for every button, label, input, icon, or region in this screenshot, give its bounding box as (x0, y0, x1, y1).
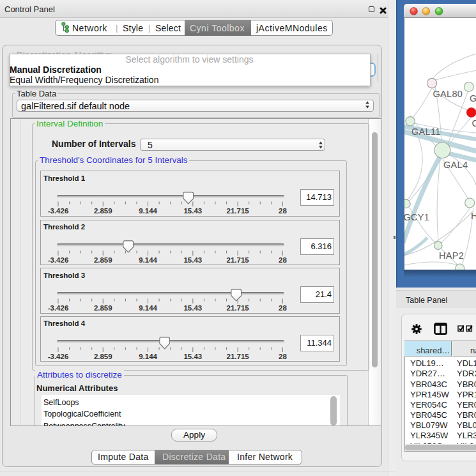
svg-text:H: H (471, 211, 476, 221)
svg-text:HAP2: HAP2 (439, 250, 464, 261)
svg-text:GCY1: GCY1 (404, 212, 429, 222)
svg-text:GA: GA (470, 93, 476, 104)
svg-text:GAL11: GAL11 (411, 127, 441, 137)
svg-text:GAL4: GAL4 (443, 160, 468, 170)
svg-text:GAL80: GAL80 (433, 89, 463, 99)
svg-text:C: C (472, 118, 476, 128)
